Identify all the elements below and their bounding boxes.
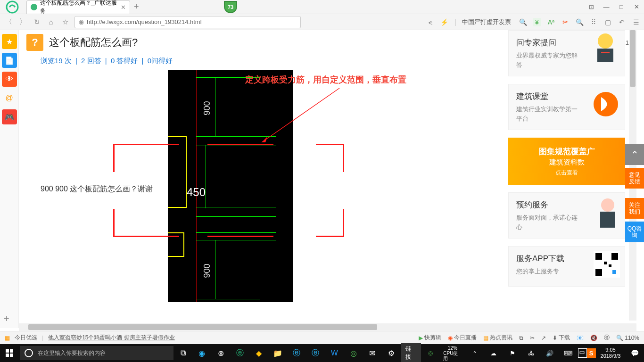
h-scroll-thumb[interactable] bbox=[28, 324, 377, 330]
stat-views[interactable]: 浏览19 次 bbox=[41, 57, 72, 65]
frame-top1 bbox=[141, 144, 179, 145]
app-round-icon[interactable]: ⊗ bbox=[211, 344, 230, 362]
window-min-icon[interactable]: — bbox=[599, 0, 614, 14]
app-ie-icon[interactable]: ⓔ bbox=[306, 344, 325, 362]
menu-icon[interactable]: ☰ bbox=[632, 18, 640, 26]
taskview-icon[interactable]: ⧉ bbox=[173, 344, 192, 362]
page-content: ? 这个板配筋怎么画? 湖北 | 👤 155*** | 2018-09-03 0… bbox=[19, 30, 636, 321]
tray-ime[interactable]: 中 bbox=[578, 348, 587, 358]
window-icon[interactable]: ▢ bbox=[603, 18, 612, 26]
tray-onedrive-icon[interactable]: ☁ bbox=[484, 344, 503, 362]
card-sub: 服务面对面，承诺心连心 bbox=[516, 213, 578, 231]
app-word-icon[interactable]: W bbox=[325, 344, 344, 362]
stat-good-answers[interactable]: 0 答得好 bbox=[111, 57, 138, 65]
dock-mail-icon[interactable]: @ bbox=[2, 90, 17, 106]
window-pin-icon[interactable]: ⊡ bbox=[584, 0, 599, 14]
sb-gift-icon[interactable]: ▦ bbox=[5, 335, 10, 341]
tray-360-icon[interactable]: ◎ bbox=[421, 344, 440, 362]
sb-download[interactable]: ⬇ 下载 bbox=[553, 334, 570, 342]
nav-back-icon[interactable]: 〈 bbox=[4, 17, 13, 27]
browser-tab[interactable]: 这个板配筋怎么画？_广联达服务 ✕ bbox=[26, 0, 130, 14]
sb-live[interactable]: ◉今日直播 bbox=[448, 334, 477, 342]
share-icon[interactable]: ⪪ bbox=[426, 18, 435, 26]
cut-icon[interactable]: ✂ bbox=[561, 18, 570, 26]
sb-zoom[interactable]: 🔍 110% bbox=[616, 335, 639, 341]
follow-tag[interactable]: 关注我们 bbox=[625, 198, 644, 219]
tab-close-icon[interactable]: ✕ bbox=[121, 4, 126, 11]
card-ask-expert[interactable]: 问专家提问 业界最权威专家为您解答 bbox=[508, 30, 625, 76]
tray-sogou-icon[interactable]: S bbox=[587, 348, 596, 358]
card-booking[interactable]: 预约服务 服务面对面，承诺心连心 bbox=[508, 192, 625, 239]
browser-logo-icon[interactable] bbox=[0, 0, 25, 14]
dock-game-icon[interactable]: 🎮 bbox=[2, 109, 17, 124]
qq-consult-tag[interactable]: QQ咨询 bbox=[625, 222, 644, 242]
card-app[interactable]: 服务APP下载 您的掌上服务专 bbox=[508, 246, 625, 287]
dock-add-button[interactable]: + bbox=[4, 313, 9, 324]
app-360b-icon[interactable]: ◎ bbox=[344, 344, 363, 362]
nav-home-icon[interactable]: ⌂ bbox=[46, 17, 56, 27]
sb-mail-icon[interactable]: 📧 bbox=[577, 335, 584, 341]
new-tab-button[interactable]: + bbox=[134, 2, 139, 12]
sb-news-link[interactable]: 他入室盗窃炒15个鸡蛋喝小酒 撕房主孩子暑假作业 bbox=[48, 334, 175, 342]
horizontal-scrollbar[interactable] bbox=[19, 323, 636, 331]
sb-mute-icon[interactable]: 🔇 bbox=[590, 335, 597, 341]
sb-video-icon[interactable]: ⧉ bbox=[519, 335, 523, 341]
system-tray: 链接 ◎ 12%CPU使用 ^ ☁ ⚑ 🖧 🔊 ⌨ 中 S 9:052018/9… bbox=[401, 344, 644, 362]
app-360-icon[interactable]: ⓔ bbox=[231, 344, 249, 362]
app-file-icon[interactable]: 📁 bbox=[268, 344, 287, 362]
stat-answers[interactable]: 2 回答 bbox=[81, 57, 101, 65]
tray-keyboard-icon[interactable]: ⌨ bbox=[559, 344, 578, 362]
frame-bl bbox=[113, 209, 141, 237]
sb-hotnews[interactable]: ▤热点资讯 bbox=[483, 334, 512, 342]
tray-network-icon[interactable]: 🖧 bbox=[521, 344, 540, 362]
dock-weibo-icon[interactable]: 👁 bbox=[2, 72, 17, 87]
card-course[interactable]: 建筑课堂 建筑行业实训教学第一平台 bbox=[508, 84, 625, 130]
search-icon[interactable]: 🔍 bbox=[519, 18, 527, 26]
sb-cut-icon[interactable]: ✂ bbox=[530, 335, 535, 341]
find-icon[interactable]: 🔍 bbox=[575, 18, 584, 26]
app-yellow-icon[interactable]: ◆ bbox=[249, 344, 268, 362]
flash-icon[interactable]: ⚡ bbox=[440, 18, 449, 26]
search-hint[interactable]: 中国严打虚开发票 bbox=[462, 18, 511, 26]
sb-arrow-icon[interactable]: ↗ bbox=[541, 335, 546, 341]
start-button[interactable] bbox=[0, 344, 19, 362]
card-sub: 业界最权威专家为您解答 bbox=[516, 51, 578, 69]
wallet-icon[interactable]: ¥ bbox=[533, 18, 541, 26]
tray-link[interactable]: 链接 bbox=[401, 343, 421, 362]
url-input[interactable]: ◉ http://e.fwxgx.com/question_1930214.ht… bbox=[74, 16, 301, 28]
tray-notifications-icon[interactable]: 💬 bbox=[625, 344, 644, 362]
tray-cpu[interactable]: 12%CPU使用 bbox=[439, 346, 465, 361]
back-to-top-button[interactable]: ⌃ bbox=[625, 144, 644, 165]
browser-statusbar: ▦ 今日优选 | 他入室盗窃炒15个鸡蛋喝小酒 撕房主孩子暑假作业 ▶快剪辑 ◉… bbox=[0, 331, 644, 344]
nav-forward-icon[interactable]: 〉 bbox=[18, 17, 27, 27]
tab-title: 这个板配筋怎么画？_广联达服务 bbox=[40, 0, 117, 15]
nav-reload-icon[interactable]: ↻ bbox=[32, 17, 41, 27]
frame-tl bbox=[113, 144, 141, 172]
app-mail-icon[interactable]: ✉ bbox=[363, 344, 382, 362]
sb-quickcut[interactable]: ▶快剪辑 bbox=[419, 334, 441, 342]
app-settings-icon[interactable]: ⚙ bbox=[382, 344, 401, 362]
tray-flag-icon[interactable]: ⚑ bbox=[503, 344, 522, 362]
dock-favorites-icon[interactable]: ★ bbox=[2, 34, 17, 49]
sb-today[interactable]: 今日优选 bbox=[15, 334, 37, 342]
banner-atlas[interactable]: 图集规范覆盖广 建筑资料数 点击查看 bbox=[508, 138, 625, 185]
apps-icon[interactable]: ⠿ bbox=[589, 18, 598, 26]
window-max-icon[interactable]: □ bbox=[614, 0, 629, 14]
score-badge[interactable]: 73 bbox=[224, 1, 237, 13]
app-dingding-icon[interactable]: ◉ bbox=[192, 344, 211, 362]
window-close-icon[interactable]: ✕ bbox=[629, 0, 644, 14]
scroll-thumb[interactable] bbox=[630, 30, 636, 87]
tray-up-icon[interactable]: ^ bbox=[465, 344, 484, 362]
sb-ie-icon[interactable]: ⓔ bbox=[604, 334, 610, 342]
app-edge-icon[interactable]: ⓔ bbox=[287, 344, 306, 362]
card-title: 预约服务 bbox=[516, 199, 578, 210]
stat-good-question[interactable]: 0问得好 bbox=[148, 57, 173, 65]
nav-star-icon[interactable]: ☆ bbox=[60, 17, 70, 27]
tray-volume-icon[interactable]: 🔊 bbox=[540, 344, 559, 362]
undo-icon[interactable]: ↶ bbox=[618, 18, 626, 26]
feedback-tag[interactable]: 意见反馈 bbox=[625, 168, 644, 189]
translate-icon[interactable]: Aᵃ bbox=[547, 18, 555, 26]
taskbar-search[interactable]: 在这里输入你要搜索的内容 bbox=[20, 346, 173, 360]
tray-clock[interactable]: 9:052018/9/3 bbox=[596, 347, 626, 359]
dock-news-icon[interactable]: 📄 bbox=[2, 53, 17, 68]
